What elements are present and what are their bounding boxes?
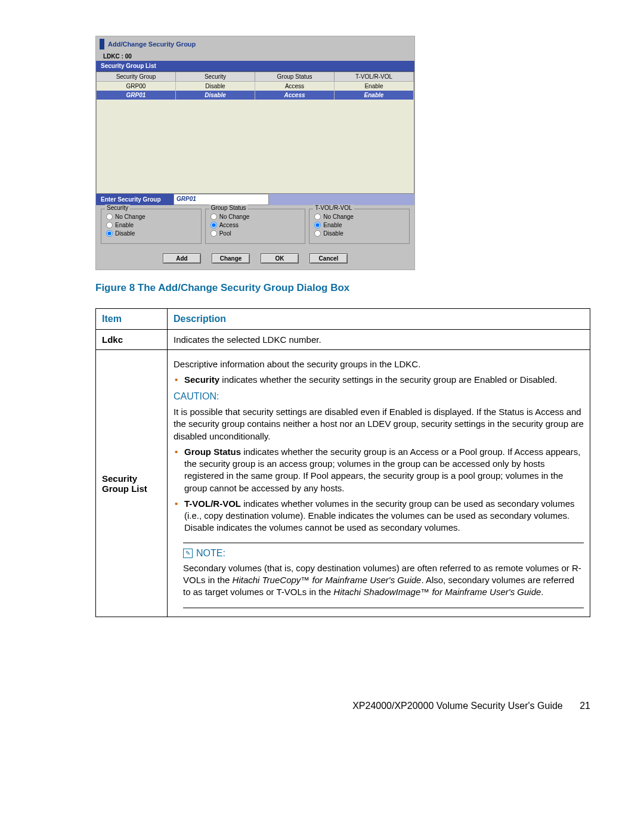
radio-option[interactable]: Enable	[314, 222, 404, 228]
cell: Enable	[335, 91, 414, 100]
figure-caption: Figure 8 The Add/Change Security Group D…	[95, 282, 590, 294]
page-footer: XP24000/XP20000 Volume Security User's G…	[95, 701, 590, 711]
ldkc-label: LDKC : 00	[96, 52, 414, 61]
note-text: Secondary volumes (that is, copy destina…	[183, 562, 584, 599]
cell: Access	[255, 91, 335, 100]
enter-security-group-input[interactable]: GRP01	[174, 194, 269, 205]
radio-option[interactable]: No Change	[314, 213, 404, 220]
row-ldkc-label: Ldkc	[96, 330, 168, 350]
radio-group-legend: T-VOL/R-VOL	[313, 205, 354, 211]
ok-button[interactable]: OK	[261, 253, 299, 264]
row-secgrp-label: Security Group List	[96, 350, 168, 617]
cell: Enable	[335, 82, 414, 91]
cell: Access	[255, 82, 335, 91]
enter-security-group-label: Enter Security Group	[96, 194, 174, 205]
cancel-button[interactable]: Cancel	[309, 253, 348, 264]
caution-label: CAUTION:	[174, 390, 584, 403]
footer-guide: XP24000/XP20000 Volume Security User's G…	[352, 701, 563, 711]
radio-group-legend: Security	[105, 205, 130, 211]
note-label: NOTE:	[196, 548, 225, 559]
security-group-list-bar: Security Group List	[96, 61, 414, 72]
note-block: ✎ NOTE: Secondary volumes (that is, copy…	[183, 543, 584, 609]
radio-group-tvol: T-VOL/R-VOLNo ChangeEnableDisable	[309, 209, 410, 244]
radio-option[interactable]: Disable	[106, 230, 196, 237]
radio-input[interactable]	[106, 230, 113, 237]
bullet-security: Security indicates whether the security …	[174, 374, 584, 386]
row-secgrp-desc: Descriptive information about the securi…	[168, 350, 590, 617]
footer-page-number: 21	[580, 701, 590, 711]
cell: Disable	[176, 91, 255, 100]
head-item: Item	[96, 309, 168, 330]
note-icon: ✎	[183, 549, 193, 558]
radio-option[interactable]: No Change	[210, 213, 301, 220]
add-change-security-group-dialog: Add/Change Security Group LDKC : 00 Secu…	[95, 36, 415, 270]
radio-input[interactable]	[210, 213, 217, 220]
col-tvol-rvol: T-VOL/R-VOL	[335, 72, 414, 81]
caution-text: It is possible that security settings ar…	[174, 406, 584, 442]
table-row[interactable]: GRP01DisableAccessEnable	[97, 91, 414, 100]
radio-group-group_status: Group StatusNo ChangeAccessPool	[205, 209, 306, 244]
radio-input[interactable]	[210, 222, 217, 228]
security-group-list[interactable]: Security Group Security Group Status T-V…	[96, 72, 414, 194]
cell: Disable	[176, 82, 255, 91]
radio-option[interactable]: Disable	[314, 230, 404, 237]
radio-option[interactable]: Enable	[106, 222, 196, 228]
radio-option[interactable]: No Change	[106, 213, 196, 220]
radio-option[interactable]: Access	[210, 222, 301, 228]
change-button[interactable]: Change	[212, 253, 250, 264]
cell: GRP00	[97, 82, 176, 91]
head-description: Description	[168, 309, 590, 330]
cell: GRP01	[97, 91, 176, 100]
bullet-tvol-rvol: T-VOL/R-VOL indicates whether volumes in…	[174, 498, 584, 534]
col-security: Security	[176, 72, 255, 81]
radio-group-legend: Group Status	[209, 205, 248, 211]
radio-group-security: SecurityNo ChangeEnableDisable	[101, 209, 202, 244]
row-ldkc-desc: Indicates the selected LDKC number.	[168, 330, 590, 350]
radio-input[interactable]	[314, 230, 321, 237]
radio-option[interactable]: Pool	[210, 230, 301, 237]
dialog-accent-bar	[100, 39, 104, 49]
radio-input[interactable]	[210, 230, 217, 237]
bullet-group-status: Group Status indicates whether the secur…	[174, 446, 584, 494]
add-button[interactable]: Add	[163, 253, 201, 264]
col-group-status: Group Status	[255, 72, 335, 81]
table-row[interactable]: GRP00DisableAccessEnable	[97, 82, 414, 91]
dialog-title: Add/Change Security Group	[108, 41, 196, 48]
col-security-group: Security Group	[97, 72, 176, 81]
radio-input[interactable]	[106, 213, 113, 220]
secgrp-intro: Descriptive information about the securi…	[174, 358, 584, 370]
description-table: Item Description Ldkc Indicates the sele…	[95, 308, 590, 617]
radio-input[interactable]	[106, 222, 113, 228]
radio-input[interactable]	[314, 213, 321, 220]
radio-input[interactable]	[314, 222, 321, 228]
